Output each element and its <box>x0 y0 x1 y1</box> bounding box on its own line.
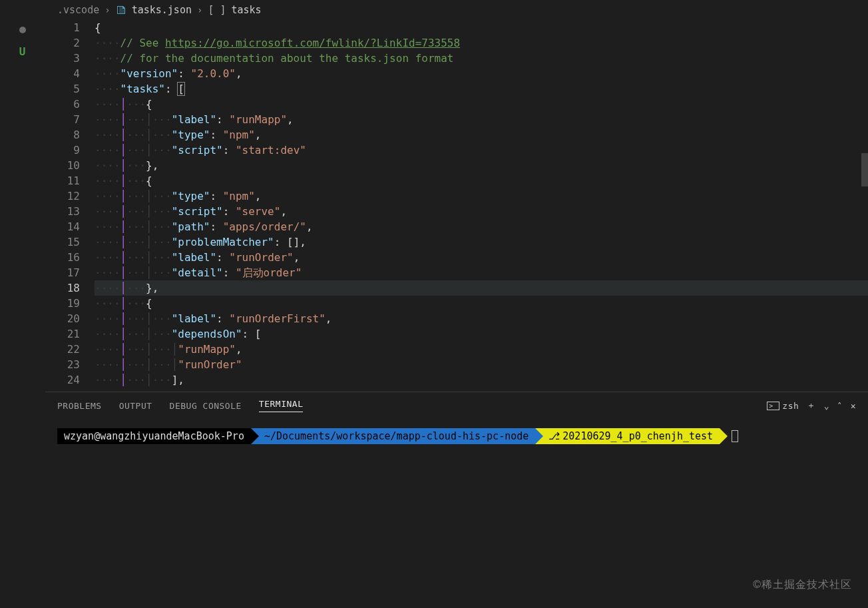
breadcrumb[interactable]: .vscode › tasks.json › [ ] tasks <box>45 0 868 20</box>
close-panel-button[interactable]: ✕ <box>851 401 856 411</box>
breadcrumb-symbol[interactable]: tasks <box>232 4 262 16</box>
terminal-profile-button[interactable]: >_ zsh <box>767 401 799 411</box>
chevron-right-icon: › <box>197 5 202 15</box>
array-icon: [ ] <box>208 4 226 16</box>
line-number-gutter: 1 2 3 4 5 6 7 8 9 10 11 12 13 14 15 16 1… <box>45 20 95 392</box>
prompt-cwd: ~/Documents/workspace/mapp-cloud-his-pc-… <box>251 428 535 444</box>
code-editor[interactable]: 1 2 3 4 5 6 7 8 9 10 11 12 13 14 15 16 1… <box>45 20 868 392</box>
tab-problems[interactable]: PROBLEMS <box>57 401 102 411</box>
breadcrumb-folder[interactable]: .vscode <box>57 4 99 16</box>
close-icon: ✕ <box>851 401 856 411</box>
terminal-icon: >_ <box>767 402 779 410</box>
chevron-down-icon: ⌄ <box>824 401 829 411</box>
watermark-text: ©稀土掘金技术社区 <box>753 578 852 592</box>
maximize-panel-button[interactable]: ˄ <box>837 401 843 411</box>
untracked-indicator: U <box>0 45 45 58</box>
prompt-user-host: wzyan@wangzhiyuandeMacBook-Pro <box>57 428 251 444</box>
split-terminal-button[interactable]: ⌄ <box>824 401 829 411</box>
tab-terminal[interactable]: TERMINAL <box>259 399 304 412</box>
terminal-prompt: wzyan@wangzhiyuandeMacBook-Pro ~/Documen… <box>57 428 856 444</box>
code-content[interactable]: { ····// See https://go.microsoft.com/fw… <box>95 20 868 392</box>
breadcrumb-file[interactable]: tasks.json <box>132 4 192 16</box>
modified-indicator-icon <box>19 27 26 33</box>
json-file-icon <box>116 5 126 15</box>
new-terminal-button[interactable]: ＋ <box>807 400 816 412</box>
tab-debug-console[interactable]: DEBUG CONSOLE <box>170 401 242 411</box>
terminal-cursor <box>732 430 738 442</box>
panel-tab-bar: PROBLEMS OUTPUT DEBUG CONSOLE TERMINAL >… <box>45 392 868 419</box>
chevron-right-icon: › <box>105 5 110 15</box>
terminal-body[interactable]: wzyan@wangzhiyuandeMacBook-Pro ~/Documen… <box>45 419 868 608</box>
editor-left-gutter: U <box>0 0 45 608</box>
chevron-up-icon: ˄ <box>837 401 843 411</box>
plus-icon: ＋ <box>807 400 816 412</box>
git-branch-icon: ⎇ <box>548 430 560 442</box>
prompt-git-branch: ⎇ 20210629_4_p0_chenjh_test <box>535 428 720 444</box>
scrollbar-thumb[interactable] <box>861 153 868 186</box>
bottom-panel: PROBLEMS OUTPUT DEBUG CONSOLE TERMINAL >… <box>45 392 868 608</box>
tab-output[interactable]: OUTPUT <box>119 401 152 411</box>
